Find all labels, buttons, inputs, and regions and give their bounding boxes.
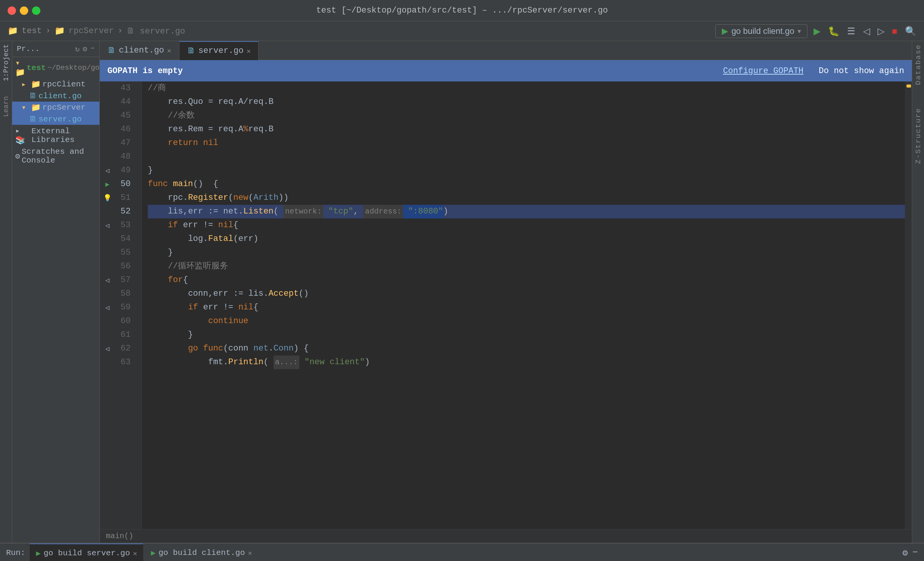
code-line-60: continue (148, 314, 905, 328)
tab-clientgo[interactable]: 🗎 client.go ✕ (100, 41, 179, 60)
tree-item-extlibs[interactable]: ▸ 📚 External Libraries (12, 125, 99, 146)
gutter-60 (100, 314, 115, 328)
gutter-44 (100, 95, 115, 109)
tree-item-rpcserver[interactable]: ▾ 📁 rpcServer (12, 102, 99, 113)
tree-item-servergo[interactable]: 🗎 server.go (12, 113, 99, 125)
line-numbers: 43 44 45 46 47 48 49 50 51 52 53 54 55 5… (115, 81, 142, 529)
collapse-icon[interactable]: − (90, 44, 95, 54)
code-line-59: if err != nil{ (148, 301, 905, 314)
main-layout: 1:Project Learn Pr... ↻ ⚙ − ▾ 📁 test ~/D… (0, 41, 924, 543)
code-content[interactable]: //商 res.Quo = req.A/req.B //余数 res.Rem =… (142, 81, 905, 529)
run-button[interactable]: ▶ (812, 24, 822, 38)
dismiss-notification-button[interactable]: Do not show again (819, 66, 904, 76)
tree-item-label: test (27, 64, 46, 72)
gutter-51: 💡 (100, 191, 115, 205)
bottom-tab-client-close[interactable]: ✕ (248, 549, 252, 557)
gutter-55 (100, 246, 115, 260)
linenum-51: 51 (115, 191, 136, 205)
panel-header-icons: ↻ ⚙ − (75, 44, 95, 54)
breadcrumb-server[interactable]: rpcServer (69, 26, 114, 36)
linenum-55: 55 (115, 246, 136, 260)
minimize-bottom-icon[interactable]: − (913, 547, 918, 558)
notification-message: GOPATH is empty (107, 66, 723, 76)
gutter-63 (100, 355, 115, 369)
tree-item-root[interactable]: ▾ 📁 test ~/Desktop/gopath (12, 57, 99, 78)
search-everywhere-button[interactable]: 🔍 (903, 24, 918, 38)
debug-button[interactable]: 🐛 (826, 24, 841, 38)
minimize-button[interactable] (20, 6, 28, 15)
coverage-button[interactable]: ☰ (846, 24, 857, 38)
gutter-62: ◁ (100, 342, 115, 355)
bottom-tab-server-close[interactable]: ✕ (133, 549, 137, 558)
code-line-55: } (148, 246, 905, 260)
notification-bar: GOPATH is empty Configure GOPATH Do not … (100, 60, 912, 81)
run-config-chevron: ▾ (798, 27, 801, 35)
tab-clientgo-label: client.go (119, 46, 164, 55)
linenum-60: 60 (115, 314, 136, 328)
gutter-54 (100, 232, 115, 246)
minimap-scrollbar[interactable] (905, 81, 912, 529)
database-label[interactable]: Database (914, 44, 922, 85)
server-tab-icon: ▶ (36, 548, 40, 558)
settings-bottom-icon[interactable]: ⚙ (902, 547, 908, 558)
close-button[interactable] (8, 6, 16, 15)
gutter: ◁ ▶ 💡 ◁ ◁ ◁ ◁ (100, 81, 115, 529)
code-line-54: log.Fatal(err) (148, 232, 905, 246)
tab-clientgo-close[interactable]: ✕ (167, 46, 171, 55)
tab-servergo-close[interactable]: ✕ (247, 47, 251, 55)
run-label: Run: (6, 548, 25, 557)
code-line-51: rpc.Register(new(Arith)) (148, 191, 905, 205)
linenum-49: 49 (115, 164, 136, 177)
tree-item-rpcclient[interactable]: ▸ 📁 rpcClient (12, 78, 99, 90)
project-icon[interactable]: 1:Project (2, 44, 10, 81)
tab-clientgo-icon: 🗎 (107, 45, 116, 56)
sync-icon[interactable]: ↻ (75, 44, 80, 54)
tree-label-rpcclient: rpcClient (42, 80, 85, 89)
linenum-59: 59 (115, 301, 136, 314)
configure-gopath-link[interactable]: Configure GOPATH (723, 66, 803, 76)
settings-icon[interactable]: ⚙ (83, 44, 87, 54)
linenum-47: 47 (115, 136, 136, 150)
gutter-45 (100, 109, 115, 123)
window-title: test [~/Desktop/gopath/src/test] – .../r… (316, 6, 608, 15)
stop-button[interactable]: ■ (890, 24, 899, 38)
code-line-48 (148, 150, 905, 164)
code-line-44: res.Quo = req.A/req.B (148, 95, 905, 109)
linenum-48: 48 (115, 150, 136, 164)
code-editor: ◁ ▶ 💡 ◁ ◁ ◁ ◁ 43 44 45 46 (100, 81, 912, 529)
gutter-47 (100, 136, 115, 150)
code-line-45: //余数 (148, 109, 905, 123)
tree-item-scratches[interactable]: ⚙ Scratches and Console (12, 146, 99, 166)
bottom-tab-client[interactable]: ▶ go build client.go ✕ (145, 543, 258, 561)
linenum-58: 58 (115, 287, 136, 301)
learn-icon[interactable]: Learn (2, 96, 10, 117)
linenum-52: 52 (115, 205, 136, 218)
linenum-50: 50 (115, 177, 136, 191)
linenum-45: 45 (115, 109, 136, 123)
tab-servergo-label: server.go (198, 46, 244, 56)
maximize-button[interactable] (32, 6, 40, 15)
bottom-tab-server[interactable]: ▶ go build server.go ✕ (30, 543, 143, 561)
breadcrumb-project[interactable]: 📁 (8, 26, 18, 36)
run-config-button[interactable]: ▶ go build client.go ▾ (715, 24, 807, 38)
code-line-56: //循环监听服务 (148, 260, 905, 273)
gutter-48 (100, 150, 115, 164)
gutter-50[interactable]: ▶ (100, 177, 115, 191)
code-line-62: go func(conn net.Conn) { (148, 342, 905, 355)
window-controls[interactable] (8, 6, 40, 15)
toolbar-right: ▶ go build client.go ▾ ▶ 🐛 ☰ ◁ ▷ ■ 🔍 (715, 24, 918, 38)
code-breadcrumb-footer: main() (100, 529, 912, 543)
tab-servergo[interactable]: 🗎 server.go ✕ (179, 41, 259, 60)
back-button[interactable]: ◁ (862, 24, 871, 38)
code-line-49: } (148, 164, 905, 177)
extlibs-icon: ▸ 📚 (15, 126, 30, 145)
bottom-right-icons: ⚙ − (902, 547, 918, 558)
linenum-44: 44 (115, 95, 136, 109)
structure-label[interactable]: Z-Structure (914, 108, 922, 164)
gutter-43 (100, 81, 115, 95)
tree-item-clientgo[interactable]: 🗎 client.go (12, 90, 99, 102)
run-config-label: go build client.go (731, 26, 794, 36)
tree-label-clientgo: client.go (38, 92, 82, 100)
code-line-52: lis,err := net.Listen( network: "tcp", a… (148, 205, 905, 218)
forward-button[interactable]: ▷ (876, 24, 886, 38)
